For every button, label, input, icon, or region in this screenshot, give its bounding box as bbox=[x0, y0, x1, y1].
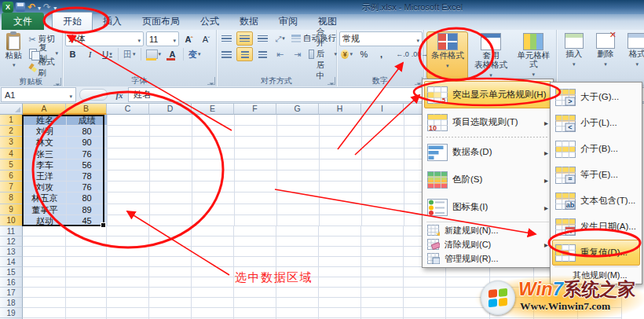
align-middle-button[interactable] bbox=[236, 31, 253, 46]
column-header-B[interactable]: B bbox=[66, 103, 107, 115]
font-color-button[interactable]: A bbox=[165, 48, 180, 60]
row-header-7[interactable]: 7 bbox=[0, 182, 24, 192]
align-right-button[interactable] bbox=[255, 48, 270, 60]
column-header-F[interactable]: F bbox=[234, 103, 276, 115]
cell-E11[interactable] bbox=[192, 226, 234, 236]
cell-I18[interactable] bbox=[361, 298, 404, 308]
row-header-14[interactable]: 14 bbox=[0, 257, 23, 267]
cell-E2[interactable] bbox=[192, 126, 235, 137]
cell-E3[interactable] bbox=[192, 137, 235, 148]
cell-H12[interactable] bbox=[319, 236, 361, 247]
tab-review[interactable]: 审阅 bbox=[269, 13, 308, 30]
cell-G8[interactable] bbox=[277, 192, 320, 204]
cell-I16[interactable] bbox=[361, 277, 404, 288]
cell-G19[interactable] bbox=[276, 308, 319, 318]
format-as-table-button[interactable]: 套用表格格式 bbox=[470, 31, 510, 79]
row-header-4[interactable]: 4 bbox=[0, 148, 24, 160]
column-header-C[interactable]: C bbox=[107, 103, 149, 115]
cell-C12[interactable] bbox=[107, 236, 149, 247]
cell-G11[interactable] bbox=[276, 226, 319, 236]
row-header-17[interactable]: 17 bbox=[0, 288, 23, 298]
cell-E5[interactable] bbox=[192, 160, 235, 170]
cell-C15[interactable] bbox=[107, 267, 149, 277]
align-top-button[interactable] bbox=[219, 32, 234, 45]
cell-C7[interactable] bbox=[108, 182, 150, 192]
menu-item-new-rule[interactable]: ★新建规则(N)... bbox=[424, 223, 551, 237]
cell-B3[interactable]: 90 bbox=[67, 137, 108, 148]
format-painter-button[interactable]: 格式刷 bbox=[27, 60, 60, 75]
cell-G4[interactable] bbox=[277, 148, 320, 160]
cell-C2[interactable] bbox=[108, 126, 150, 137]
cell-F19[interactable] bbox=[234, 308, 276, 318]
cell-H11[interactable] bbox=[319, 226, 361, 236]
cell-C18[interactable] bbox=[107, 298, 149, 308]
cell-A15[interactable] bbox=[23, 267, 66, 277]
merge-center-button[interactable]: 合并后居中 bbox=[307, 47, 338, 61]
cell-D1[interactable] bbox=[150, 115, 192, 126]
row-header-8[interactable]: 8 bbox=[0, 192, 24, 204]
cell-B17[interactable] bbox=[66, 288, 107, 298]
fill-color-button[interactable] bbox=[145, 48, 163, 60]
cell-I6[interactable] bbox=[362, 170, 404, 182]
column-header-G[interactable]: G bbox=[276, 103, 319, 115]
cell-B11[interactable] bbox=[66, 226, 107, 236]
cell-A7[interactable]: 刘攻 bbox=[24, 182, 67, 192]
cell-G10[interactable] bbox=[277, 215, 320, 226]
increase-decimal-button[interactable]: ←.0 bbox=[395, 48, 410, 60]
tab-insert[interactable]: 插入 bbox=[93, 13, 132, 30]
row-header-9[interactable]: 9 bbox=[0, 204, 24, 215]
conditional-formatting-button[interactable]: 条件格式 bbox=[426, 31, 468, 79]
phonetic-button[interactable]: 变 bbox=[187, 48, 203, 60]
column-header-E[interactable]: E bbox=[192, 103, 234, 115]
increase-indent-icon[interactable] bbox=[290, 48, 305, 60]
cell-B6[interactable]: 78 bbox=[67, 170, 108, 182]
cell-H3[interactable] bbox=[320, 137, 362, 148]
cell-C4[interactable] bbox=[108, 148, 150, 160]
cell-D8[interactable] bbox=[150, 192, 192, 204]
cell-D5[interactable] bbox=[150, 160, 192, 170]
cell-A18[interactable] bbox=[23, 298, 66, 308]
cell-G18[interactable] bbox=[276, 298, 319, 308]
cell-H18[interactable] bbox=[319, 298, 361, 308]
cell-H4[interactable] bbox=[320, 148, 362, 160]
clipboard-dialog-launcher-icon[interactable] bbox=[53, 78, 61, 86]
cell-I9[interactable] bbox=[362, 204, 404, 215]
cell-H7[interactable] bbox=[320, 182, 362, 192]
cell-D7[interactable] bbox=[150, 182, 192, 192]
cell-B7[interactable]: 76 bbox=[67, 182, 108, 192]
cell-G6[interactable] bbox=[277, 170, 320, 182]
cell-D18[interactable] bbox=[149, 298, 192, 308]
percent-button[interactable]: % bbox=[357, 48, 371, 60]
cell-J19[interactable] bbox=[404, 308, 446, 318]
cell-F6[interactable] bbox=[235, 170, 277, 182]
cell-J15[interactable] bbox=[404, 267, 446, 277]
cell-H8[interactable] bbox=[320, 192, 362, 204]
cell-F4[interactable] bbox=[235, 148, 277, 160]
cell-A4[interactable]: 张三 bbox=[24, 148, 67, 160]
column-header-A[interactable]: A bbox=[23, 103, 66, 115]
cell-J18[interactable] bbox=[404, 298, 446, 308]
cell-I1[interactable] bbox=[362, 115, 404, 126]
cell-I14[interactable] bbox=[361, 257, 404, 267]
cell-E8[interactable] bbox=[192, 192, 235, 204]
row-header-11[interactable]: 11 bbox=[0, 226, 23, 236]
cell-B15[interactable] bbox=[66, 267, 107, 277]
menu-item-highlight-cells-rules[interactable]: 5突出显示单元格规则(H) bbox=[424, 81, 551, 108]
cell-F14[interactable] bbox=[234, 257, 276, 267]
decrease-indent-icon[interactable] bbox=[273, 48, 287, 60]
cell-F2[interactable] bbox=[235, 126, 277, 137]
cell-A13[interactable] bbox=[23, 247, 66, 257]
cell-C3[interactable] bbox=[108, 137, 150, 148]
cell-E12[interactable] bbox=[192, 236, 234, 247]
cell-B1[interactable]: 成绩 bbox=[67, 115, 108, 126]
cell-I10[interactable] bbox=[362, 215, 404, 226]
cell-H9[interactable] bbox=[320, 204, 362, 215]
cell-G13[interactable] bbox=[276, 247, 319, 257]
bold-button[interactable]: B bbox=[65, 48, 80, 60]
cell-D19[interactable] bbox=[149, 308, 192, 318]
menu-item-manage-rules[interactable]: 管理规则(R)... bbox=[424, 251, 551, 266]
cell-D4[interactable] bbox=[150, 148, 192, 160]
cell-E10[interactable] bbox=[192, 215, 235, 226]
cell-I11[interactable] bbox=[361, 226, 404, 236]
cell-D3[interactable] bbox=[150, 137, 192, 148]
